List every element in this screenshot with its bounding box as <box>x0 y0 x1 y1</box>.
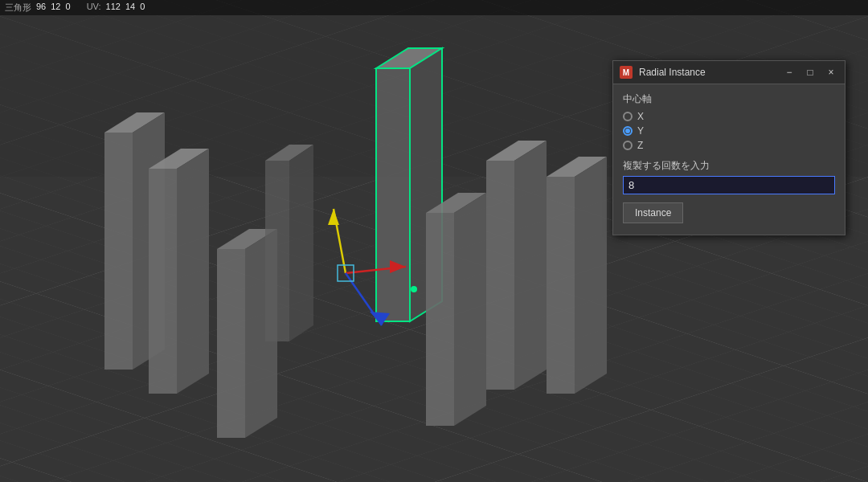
svg-marker-16 <box>426 213 454 426</box>
triangles-val2: 12 <box>51 2 60 14</box>
count-input[interactable] <box>623 176 835 194</box>
svg-marker-25 <box>265 161 289 341</box>
axis-y-radio[interactable] <box>623 126 633 136</box>
restore-button[interactable]: □ <box>803 65 817 80</box>
svg-marker-18 <box>454 193 486 426</box>
uv-val3: 0 <box>140 2 145 14</box>
box-back-left <box>265 145 313 341</box>
axis-z-row[interactable]: Z <box>623 140 835 151</box>
axis-x-row[interactable]: X <box>623 111 835 122</box>
svg-point-35 <box>411 286 417 292</box>
svg-marker-24 <box>575 157 607 394</box>
svg-marker-7 <box>149 169 177 394</box>
svg-marker-22 <box>547 177 575 394</box>
svg-marker-19 <box>486 161 514 390</box>
axis-y-row[interactable]: Y <box>623 125 835 137</box>
stats-bar: 三角形 96 12 0 UV: 112 14 0 <box>0 0 868 15</box>
uv-stat: UV: 112 14 0 <box>87 2 145 14</box>
uv-val1: 112 <box>106 2 121 14</box>
box-center-right <box>426 193 486 426</box>
dialog-titlebar: M Radial Instance − □ × <box>613 61 845 84</box>
instance-button[interactable]: Instance <box>623 202 683 223</box>
dialog-radial-instance: M Radial Instance − □ × 中心軸 X Y Z 複製する回数… <box>612 60 845 235</box>
box-far-right <box>547 157 607 394</box>
uv-val2: 14 <box>125 2 135 14</box>
dialog-title: Radial Instance <box>639 67 776 78</box>
axis-section-label: 中心軸 <box>623 92 835 106</box>
dialog-body: 中心軸 X Y Z 複製する回数を入力 Instance <box>613 84 845 235</box>
svg-marker-4 <box>104 133 133 370</box>
svg-marker-9 <box>177 149 209 394</box>
minimize-button[interactable]: − <box>782 65 796 80</box>
triangles-stat: 三角形 96 12 0 <box>5 2 71 14</box>
axis-y-label: Y <box>637 125 644 137</box>
svg-marker-13 <box>376 68 410 321</box>
triangles-val1: 96 <box>36 2 46 14</box>
box-left <box>149 149 209 394</box>
svg-marker-27 <box>289 145 313 341</box>
viewport[interactable]: 三角形 96 12 0 UV: 112 14 0 M Radial Instan… <box>0 0 868 482</box>
axis-x-radio[interactable] <box>623 112 633 121</box>
svg-marker-10 <box>217 249 245 438</box>
app-icon: M <box>620 66 633 79</box>
axis-x-label: X <box>637 111 644 122</box>
axis-z-radio[interactable] <box>623 141 633 150</box>
close-button[interactable]: × <box>824 65 838 80</box>
box-right <box>486 141 547 390</box>
axis-z-label: Z <box>637 140 643 151</box>
triangles-val3: 0 <box>66 2 71 14</box>
svg-marker-21 <box>514 141 547 390</box>
count-label: 複製する回数を入力 <box>623 159 835 173</box>
uv-label: UV: <box>87 2 101 14</box>
triangles-label: 三角形 <box>5 2 31 14</box>
